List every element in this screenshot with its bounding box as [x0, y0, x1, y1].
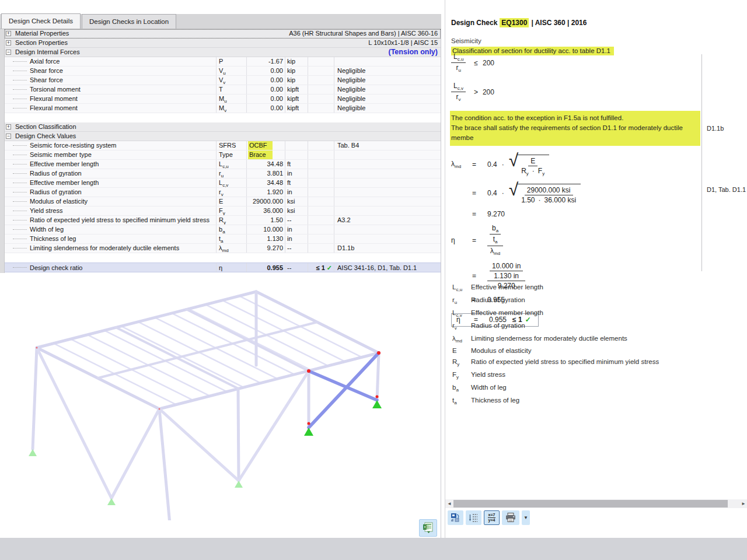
table-row[interactable]: Flexural momentMv0.00kipftNegligible [5, 104, 441, 113]
expand-icon[interactable]: + [6, 124, 11, 130]
scroll-right-button[interactable]: ► [739, 499, 747, 508]
scrollbar-thumb[interactable] [453, 500, 728, 508]
unit-cell: -- [285, 244, 308, 253]
tree-stub [13, 248, 27, 249]
table-row[interactable]: Modulus of elasticityE29000.000ksi [5, 197, 441, 206]
legend-subscript: y [457, 362, 459, 367]
horizontal-scrollbar[interactable]: ◄ ► [445, 499, 747, 508]
unit-cell: ksi [285, 206, 308, 215]
symbol-cell: η [216, 263, 246, 272]
row-label: Modulus of elasticity [5, 197, 216, 206]
value-cell: 0.00 [246, 66, 285, 75]
value-cell: 0.00 [246, 104, 285, 113]
tree-stub [13, 80, 27, 80]
export-to-excel-button[interactable]: X [419, 519, 437, 537]
table-row[interactable]: Seismic member typeTypeBrace [5, 150, 441, 160]
section-row[interactable]: +Section Classification [5, 123, 441, 132]
table-row[interactable]: Seismic force-resisting systemSFRSOCBFTa… [5, 141, 441, 150]
table-row[interactable]: Flexural momentMu0.00kipftNegligible [5, 94, 441, 104]
legend-subscript: a [454, 400, 456, 405]
values-icon: x=7 y=4 [488, 513, 496, 522]
legend-description: Modulus of elasticity [471, 347, 532, 354]
scroll-left-button[interactable]: ◄ [445, 499, 453, 508]
symbol-cell: rv [216, 188, 246, 197]
status-band [0, 538, 747, 560]
table-row[interactable]: Torsional momentT0.00kipftNegligible [5, 85, 441, 94]
reference-cell: AISC 341-16, D1, Tab. D1.1 [334, 263, 441, 272]
value-cell: 0.955 [246, 263, 285, 272]
expand-icon[interactable]: + [6, 40, 11, 46]
print-options-caret[interactable]: ▼ [522, 510, 530, 525]
symbol-subscript: u [223, 71, 225, 75]
table-row[interactable]: Effective member lengthLc,u34.48ft [5, 160, 441, 169]
table-row[interactable]: Effective member lengthLc,v34.48ft [5, 178, 441, 188]
collapse-icon[interactable]: − [6, 134, 11, 139]
criterion-cell [308, 169, 334, 178]
table-row[interactable]: Width of legba10.000in [5, 225, 441, 235]
section-row[interactable]: +Section PropertiesL 10x10x1-1/8 | AISC … [5, 38, 441, 48]
tree-stub [13, 99, 27, 99]
unit-cell: in [285, 169, 308, 178]
unit-cell [285, 141, 308, 150]
highlighted-x-brace[interactable] [309, 353, 379, 428]
member-nodes [36, 347, 381, 425]
unit-cell: -- [285, 263, 308, 272]
tab-design-check-details[interactable]: Design Check Details [1, 13, 81, 29]
symbol-cell: Mu [216, 94, 246, 103]
symbol-cell: P [216, 57, 246, 66]
collapse-icon[interactable]: − [6, 50, 11, 55]
symbol-cell: T [216, 85, 246, 94]
section-label: Seismicity [451, 37, 481, 44]
section-row[interactable]: +Material PropertiesA36 (HR Structural S… [5, 29, 441, 38]
table-row[interactable]: Axial forceP-1.67kip [5, 57, 441, 66]
transfer-result-button[interactable] [448, 510, 463, 525]
table-row[interactable]: Shear forceVv0.00kipNegligible [5, 76, 441, 85]
show-values-button[interactable]: x=7 y=4 [484, 510, 500, 525]
table-row[interactable]: Yield stressFy36.000ksi [5, 206, 441, 216]
symbol-subscript: u [224, 99, 226, 103]
tree-stub [13, 192, 27, 192]
section-value: L 10x10x1-1/8 | AISC 15 [368, 38, 441, 47]
row-label: Seismic force-resisting system [5, 141, 216, 150]
criterion-cell [308, 188, 334, 197]
section-row[interactable]: −Design Check Values [5, 132, 441, 141]
criterion-cell [308, 216, 334, 225]
reference-cell: Negligible [334, 104, 441, 113]
model-3d-viewport[interactable] [1, 273, 440, 520]
criterion-cell [308, 66, 334, 75]
legend-row: rvRadius of gyration [452, 322, 659, 331]
row-label: Effective member length [5, 160, 216, 169]
reference-cell: Negligible [334, 76, 441, 85]
tab-design-checks-in-location[interactable]: Design Checks in Location [82, 14, 176, 29]
legend-row: FyYield stress [452, 371, 659, 380]
legend-subscript: c,v [456, 313, 462, 318]
symbol-cell: Vu [216, 66, 246, 75]
table-row[interactable]: Shear forceVu0.00kipNegligible [5, 66, 441, 76]
section-row[interactable]: −Design Internal Forces(Tension only) [5, 48, 441, 57]
row-label: Shear force [5, 76, 216, 85]
table-row[interactable]: Ratio of expected yield stress to specif… [5, 216, 441, 225]
table-row[interactable]: Limiting slenderness for moderately duct… [5, 244, 441, 253]
tree-stub [13, 183, 27, 183]
value-cell: 3.801 [246, 169, 285, 178]
expand-icon[interactable]: + [6, 31, 11, 36]
value-cell: 1.130 [246, 235, 285, 243]
criterion-cell [308, 76, 334, 85]
criterion-cell [308, 85, 334, 94]
reference-divider [701, 54, 702, 271]
details-level-button[interactable] [466, 510, 481, 525]
table-row[interactable]: Radius of gyrationru3.801in [5, 169, 441, 178]
table-row[interactable]: Thickness of legta1.130in [5, 235, 441, 244]
legend-description: Ratio of expected yield stress to specif… [471, 358, 659, 367]
row-label: Radius of gyration [5, 169, 216, 178]
table-row[interactable]: Radius of gyrationrv1.920in [5, 188, 441, 197]
symbol-cell: Ry [216, 216, 246, 225]
tree-stub [13, 164, 27, 164]
section-label: Section Classification [15, 123, 76, 131]
row-label: Width of leg [5, 225, 216, 234]
legend-row: taThickness of leg [452, 397, 659, 405]
highlighted-value: Brace [248, 150, 273, 159]
design-ratio-row[interactable]: Design check ratioη0.955--≤ 1✓AISC 341-1… [5, 262, 441, 272]
unit-cell: kip [285, 57, 308, 66]
print-button[interactable] [502, 510, 519, 525]
